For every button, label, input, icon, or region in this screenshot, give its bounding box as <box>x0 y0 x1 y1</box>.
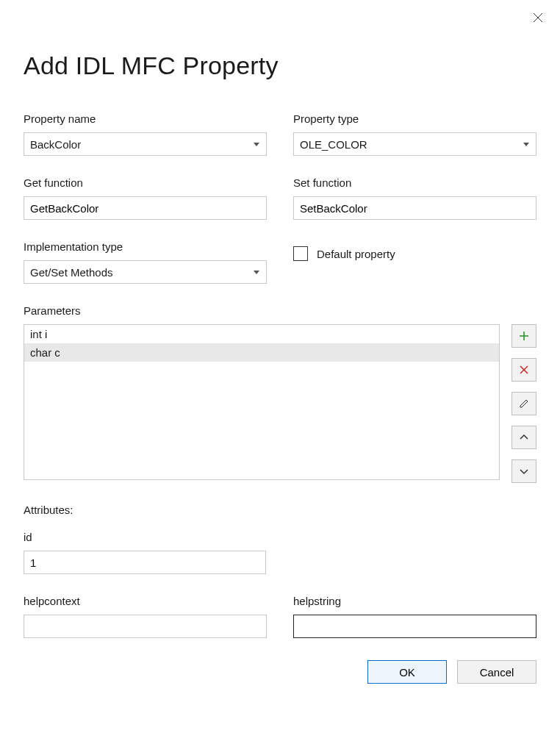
parameters-list[interactable]: int ichar c <box>24 324 500 480</box>
plus-icon <box>518 330 530 342</box>
svg-marker-2 <box>254 143 259 146</box>
chevron-down-icon <box>523 140 530 148</box>
pencil-icon <box>518 398 530 409</box>
move-up-button[interactable] <box>511 426 536 449</box>
implementation-type-combo[interactable]: Get/Set Methods <box>24 260 267 284</box>
cancel-button[interactable]: Cancel <box>457 660 536 684</box>
dialog-title: Add IDL MFC Property <box>24 51 536 80</box>
id-label: id <box>24 531 536 543</box>
property-name-combo[interactable]: BackColor <box>24 132 267 156</box>
id-input[interactable] <box>24 551 266 574</box>
parameters-label: Parameters <box>24 304 536 317</box>
default-property-label: Default property <box>317 248 395 260</box>
get-function-input[interactable] <box>24 196 267 220</box>
default-property-checkbox[interactable] <box>293 246 308 261</box>
x-icon <box>518 364 530 376</box>
ok-button[interactable]: OK <box>367 660 447 684</box>
chevron-down-icon <box>518 465 530 477</box>
get-function-label: Get function <box>24 176 267 189</box>
list-item[interactable]: char c <box>24 343 499 362</box>
helpstring-label: helpstring <box>293 595 536 607</box>
implementation-type-label: Implementation type <box>24 240 267 253</box>
add-parameter-button[interactable] <box>511 324 536 348</box>
property-type-value: OLE_COLOR <box>300 138 367 151</box>
svg-marker-4 <box>254 271 259 274</box>
property-type-label: Property type <box>293 112 536 125</box>
chevron-down-icon <box>253 268 260 276</box>
helpcontext-label: helpcontext <box>24 595 267 607</box>
property-name-value: BackColor <box>30 138 81 151</box>
remove-parameter-button[interactable] <box>511 358 536 382</box>
implementation-type-value: Get/Set Methods <box>30 266 113 279</box>
svg-marker-3 <box>523 143 529 146</box>
move-down-button[interactable] <box>511 459 536 483</box>
helpcontext-input[interactable] <box>24 615 267 638</box>
list-item[interactable]: int i <box>24 325 499 343</box>
chevron-up-icon <box>518 432 530 443</box>
edit-parameter-button[interactable] <box>511 392 536 415</box>
attributes-label: Attributes: <box>24 504 536 516</box>
close-icon <box>533 12 543 23</box>
set-function-input[interactable] <box>293 196 536 220</box>
set-function-label: Set function <box>293 176 536 189</box>
property-name-label: Property name <box>24 112 267 125</box>
helpstring-input[interactable] <box>293 615 536 638</box>
chevron-down-icon <box>253 140 260 148</box>
property-type-combo[interactable]: OLE_COLOR <box>293 132 536 156</box>
close-button[interactable] <box>531 10 545 25</box>
